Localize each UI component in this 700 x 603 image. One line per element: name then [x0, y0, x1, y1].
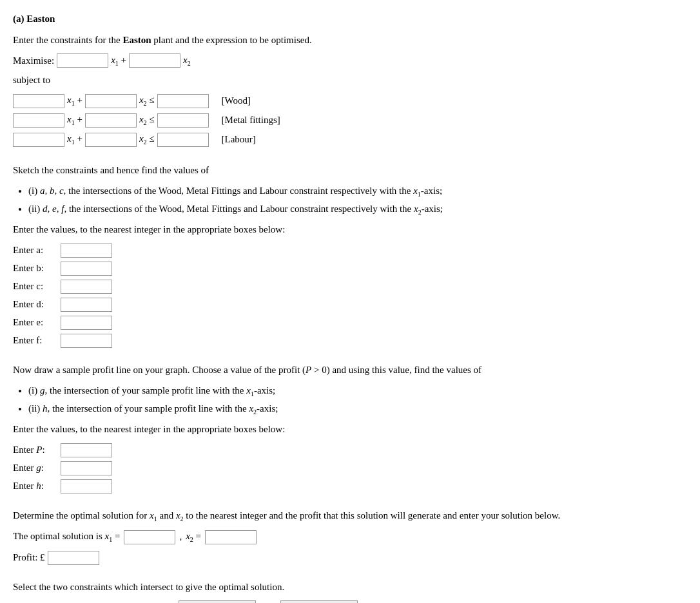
- section-title: (a) (a) EastonEaston: [13, 14, 55, 24]
- enter-b-label: Enter b:: [13, 263, 58, 274]
- enter-c-label: Enter c:: [13, 281, 58, 292]
- sketch-text: Sketch the constraints and hence find th…: [13, 163, 687, 178]
- bullet-list-1: (i) a, b, c, the intersections of the Wo…: [28, 184, 687, 217]
- select-constraint-2[interactable]: Select Wood Metal fittings Labour: [280, 600, 358, 603]
- maximise-label: Maximise:: [13, 55, 54, 66]
- enter-nearest-2: Enter the values, to the nearest integer…: [13, 422, 687, 437]
- x1-label: x1 +: [111, 55, 126, 67]
- labour-rhs-input[interactable]: [157, 133, 209, 147]
- bullet2-item-i: (i) g, the intersection of your sample p…: [28, 383, 687, 399]
- intersection-row: The optimal solution is the intersection…: [13, 600, 687, 603]
- enter-b-input[interactable]: [61, 262, 112, 276]
- enter-g-input[interactable]: [61, 461, 112, 475]
- metal-rhs-input[interactable]: [157, 113, 209, 128]
- enter-b-row: Enter b:: [13, 262, 687, 276]
- enter-d-input[interactable]: [61, 298, 112, 312]
- enter-h-input[interactable]: [61, 479, 112, 493]
- wood-coeff2-input[interactable]: [85, 94, 137, 108]
- optimal-x1-input[interactable]: [124, 530, 175, 544]
- wood-label: [Wood]: [222, 95, 251, 106]
- enter-c-input[interactable]: [61, 280, 112, 294]
- select-constraints-text: Select the two constraints which interse…: [13, 580, 687, 595]
- enter-d-row: Enter d:: [13, 298, 687, 312]
- enter-e-input[interactable]: [61, 316, 112, 330]
- enter-e-label: Enter e:: [13, 317, 58, 328]
- profit-row: Profit: £: [13, 551, 687, 565]
- enter-a-label: Enter a:: [13, 245, 58, 256]
- enter-a-row: Enter a:: [13, 244, 687, 258]
- enter-f-input[interactable]: [61, 334, 112, 348]
- enter-g-row: Enter g:: [13, 461, 687, 475]
- enter-P-label: Enter P:: [13, 445, 58, 455]
- bullet1-item-ii: (ii) d, e, f, the intersections of the W…: [28, 202, 687, 217]
- maximise-coeff1-input[interactable]: [57, 53, 108, 68]
- enter-a-input[interactable]: [61, 244, 112, 258]
- optimal-x2-label: x2 =: [186, 531, 201, 543]
- metal-label: [Metal fittings]: [222, 115, 280, 126]
- bullet-list-2: (i) g, the intersection of your sample p…: [28, 383, 687, 417]
- maximise-coeff2-input[interactable]: [129, 53, 180, 68]
- labour-label: [Labour]: [222, 134, 256, 145]
- metal-coeff1-input[interactable]: [13, 113, 64, 128]
- constraint-labour-row: x1 + x2 ≤ [Labour]: [13, 133, 687, 147]
- enter-f-label: Enter f:: [13, 335, 58, 346]
- profit-label: Profit: £: [13, 552, 45, 563]
- metal-coeff2-input[interactable]: [85, 113, 137, 128]
- enter-e-row: Enter e:: [13, 316, 687, 330]
- enter-h-row: Enter h:: [13, 479, 687, 493]
- enter-c-row: Enter c:: [13, 280, 687, 294]
- optimal-comma: ,: [179, 531, 182, 542]
- profit-line-text: Now draw a sample profit line on your gr…: [13, 363, 687, 378]
- enter-h-label: Enter h:: [13, 481, 58, 492]
- profit-input[interactable]: [48, 551, 99, 565]
- enter-P-row: Enter P:: [13, 443, 687, 457]
- labour-coeff1-input[interactable]: [13, 133, 64, 147]
- wood-coeff1-input[interactable]: [13, 94, 64, 108]
- enter-nearest-1: Enter the values, to the nearest integer…: [13, 222, 687, 237]
- bullet2-item-ii: (ii) h, the intersection of your sample …: [28, 401, 687, 417]
- optimal-solution-label: The optimal solution is x1 =: [13, 531, 120, 543]
- constraint-metal-row: x1 + x2 ≤ [Metal fittings]: [13, 113, 687, 128]
- intro-text: Enter the constraints for the Easton pla…: [13, 33, 687, 48]
- optimal-solution-row: The optimal solution is x1 = , x2 =: [13, 530, 687, 544]
- maximise-row: Maximise: x1 + x2: [13, 53, 687, 68]
- constraint-wood-row: x1 + x2 ≤ [Wood]: [13, 94, 687, 108]
- enter-P-input[interactable]: [61, 443, 112, 457]
- subject-to-label: subject to: [13, 73, 687, 88]
- labour-coeff2-input[interactable]: [85, 133, 137, 147]
- enter-f-row: Enter f:: [13, 334, 687, 348]
- enter-d-label: Enter d:: [13, 299, 58, 310]
- enter-g-label: Enter g:: [13, 463, 58, 474]
- determine-text: Determine the optimal solution for x1 an…: [13, 508, 687, 524]
- optimal-x2-input[interactable]: [205, 530, 257, 544]
- select-constraint-1[interactable]: Select Wood Metal fittings Labour: [179, 600, 256, 603]
- x2-label: x2: [183, 55, 191, 67]
- wood-rhs-input[interactable]: [157, 94, 209, 108]
- bullet1-item-i: (i) a, b, c, the intersections of the Wo…: [28, 184, 687, 199]
